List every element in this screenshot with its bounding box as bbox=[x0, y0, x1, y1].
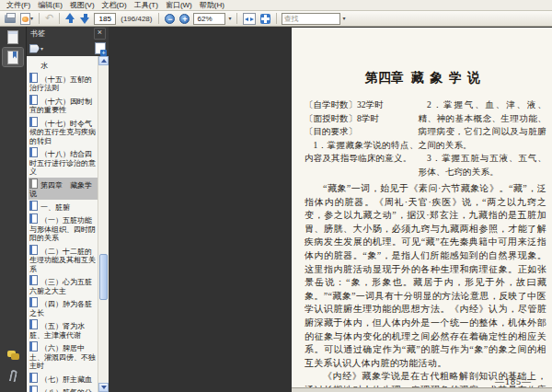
export-button[interactable]: ▾ bbox=[19, 12, 34, 25]
requirement-1: 1．掌握藏象学说的特点、内容及其指导临床的意义。 bbox=[305, 139, 419, 166]
pages-icon bbox=[7, 30, 18, 44]
bookmark-page-icon bbox=[29, 147, 38, 157]
page-number-input[interactable] bbox=[94, 13, 116, 25]
document-page: 第四章藏象学说 〔自学时数〕32学时 〔面授时数〕8学时 〔目的要求〕 1．掌握… bbox=[292, 28, 552, 392]
bookmark-label: （五）肾为水脏、主津液代谢 bbox=[29, 322, 85, 340]
pdf-reader-window: 文件(F)编辑(E)视图(V)文档(D)工具(T)窗口(W)帮助(H) ▾ ↶ … bbox=[0, 0, 552, 392]
bookmark-item[interactable]: （六）脾居中土、灌溉四傍、不独主时 bbox=[29, 340, 98, 372]
zoom-level-select[interactable]: 62% bbox=[193, 13, 225, 25]
bookmarks-icon bbox=[7, 51, 18, 64]
fit-width-icon bbox=[243, 13, 256, 25]
bookmark-label: （七）肝主藏血 bbox=[40, 375, 92, 384]
document-export-icon bbox=[20, 13, 30, 25]
bookmarks-scrollbar bbox=[98, 56, 109, 392]
bookmark-options-button[interactable]: ▾ bbox=[29, 44, 43, 53]
bookmark-label: （十六）因时制宜的重要性 bbox=[29, 98, 92, 115]
scroll-down-button[interactable] bbox=[98, 383, 109, 392]
chapter-title: 第四章藏象学说 bbox=[305, 70, 546, 86]
bookmark-item[interactable]: （三）心为五脏六腑之大主 bbox=[29, 274, 98, 296]
arrow-up-icon bbox=[65, 13, 75, 24]
bookmark-page-icon bbox=[29, 245, 38, 255]
chevron-down-icon[interactable]: ▾ bbox=[228, 16, 231, 21]
attachments-panel-button[interactable] bbox=[3, 366, 23, 385]
bookmark-tree: 水 （十五）五郁的治疗法则 （十六）因时制宜的重要性 （十七）时令气候的五行生克… bbox=[27, 56, 98, 392]
bookmark-page-icon bbox=[29, 373, 38, 383]
bookmark-page-icon bbox=[29, 319, 38, 329]
bookmark-page-icon bbox=[29, 213, 38, 224]
menu-item[interactable]: 编辑(E) bbox=[34, 0, 66, 10]
toolbar-separator bbox=[236, 13, 237, 24]
undo-icon: ↶ bbox=[45, 13, 53, 23]
bookmark-item[interactable]: （一）五脏功能与形体组织、四时阴阳的关系 bbox=[29, 213, 98, 244]
zoom-out-icon: − bbox=[165, 14, 175, 24]
pages-panel-button[interactable] bbox=[3, 28, 23, 46]
undo-button[interactable]: ↶ bbox=[44, 12, 54, 25]
bookmark-page-icon bbox=[29, 117, 38, 127]
bookmark-item[interactable]: 水 bbox=[29, 58, 98, 72]
objectives-heading: 〔目的要求〕 bbox=[305, 125, 419, 139]
scroll-up-button[interactable] bbox=[98, 56, 109, 65]
objectives-block: 〔自学时数〕32学时 〔面授时数〕8学时 〔目的要求〕 1．掌握藏象学说的特点、… bbox=[305, 98, 546, 179]
bookmark-label: （十八）结合四时五行进行诊治的意义 bbox=[29, 150, 96, 176]
zoom-out-button[interactable]: − bbox=[164, 12, 176, 25]
requirement-3: 3．掌握五脏与五液、五气、形体、七窍的关系。 bbox=[419, 152, 546, 179]
zoom-in-button[interactable]: + bbox=[178, 12, 190, 25]
panel-title: 书签 bbox=[30, 29, 45, 39]
menu-item[interactable]: 帮助(H) bbox=[196, 0, 228, 10]
bookmark-item[interactable]: （十八）结合四时五行进行诊治的意义 bbox=[29, 146, 98, 178]
bookmark-page-icon bbox=[29, 297, 38, 307]
comments-panel-button[interactable] bbox=[3, 346, 23, 364]
find-options-caret-icon[interactable]: ▾ bbox=[343, 16, 346, 21]
zoom-in-icon: + bbox=[179, 14, 190, 24]
bookmark-item[interactable]: 第四章 藏象学说 bbox=[29, 178, 98, 200]
bookmark-page-icon bbox=[29, 73, 38, 83]
bookmark-page-icon bbox=[29, 275, 38, 285]
self-study-hours: 〔自学时数〕32学时 bbox=[305, 98, 419, 112]
find-input[interactable] bbox=[282, 13, 340, 25]
document-pane[interactable]: 第四章藏象学说 〔自学时数〕32学时 〔面授时数〕8学时 〔目的要求〕 1．掌握… bbox=[109, 26, 552, 392]
panel-close-button[interactable]: × bbox=[94, 28, 106, 40]
bookmark-item[interactable]: （二）十二脏的生理功能及其相互关系 bbox=[29, 244, 98, 275]
bookmark-label: （三）心为五脏六腑之大主 bbox=[29, 278, 92, 295]
bookmark-item[interactable]: （四）肺为各脏之长 bbox=[29, 296, 98, 318]
menu-item[interactable]: 工具(T) bbox=[131, 0, 162, 10]
printer-icon bbox=[5, 15, 16, 23]
bookmark-item[interactable]: （十六）因时制宜的重要性 bbox=[29, 94, 98, 116]
bookmark-label: （八）脏气的分布和作用 bbox=[29, 388, 92, 392]
menu-bar: 文件(F)编辑(E)视图(V)文档(D)工具(T)窗口(W)帮助(H) bbox=[0, 0, 552, 11]
bookmark-page-icon bbox=[29, 179, 38, 189]
bookmark-item[interactable]: （五）肾为水脏、主津液代谢 bbox=[29, 318, 98, 340]
menu-item[interactable]: 窗口(W) bbox=[162, 0, 196, 10]
page-count-label: (196/428) bbox=[121, 15, 152, 23]
fit-width-button[interactable] bbox=[242, 12, 257, 25]
fullscreen-button[interactable] bbox=[259, 12, 271, 25]
scrollbar-thumb[interactable] bbox=[99, 254, 108, 300]
bookmark-item[interactable]: （十七）时令气候的五行生克与疾病的转归 bbox=[29, 116, 98, 147]
bookmarks-panel-toolbar: ▾ bbox=[27, 40, 109, 56]
previous-page-button[interactable] bbox=[64, 12, 76, 25]
bookmark-item[interactable]: （八）脏气的分布和作用 bbox=[29, 385, 98, 392]
arrow-up-icon bbox=[101, 59, 107, 63]
bookmark-item[interactable]: （十五）五郁的治疗法则 bbox=[29, 72, 98, 94]
menu-item[interactable]: 视图(V) bbox=[66, 0, 98, 10]
bookmark-label: （一）五脏功能与形体组织、四时阴阳的关系 bbox=[29, 216, 96, 242]
toolbar-separator bbox=[276, 13, 277, 24]
bookmark-label: 一、脏腑 bbox=[40, 203, 70, 212]
bookmark-item[interactable]: （七）肝主藏血 bbox=[29, 372, 98, 386]
requirement-2: 2．掌握气、血、津、液、精、神的基本概念、生理功能、病理病变，它们之间以及与脏腑… bbox=[419, 98, 546, 152]
bookmark-page-icon bbox=[29, 201, 38, 211]
bookmark-item[interactable]: 一、脏腑 bbox=[29, 200, 98, 213]
menu-item[interactable]: 文档(D) bbox=[98, 0, 131, 10]
comments-icon bbox=[7, 351, 19, 360]
navigation-icon-strip bbox=[0, 26, 27, 392]
paperclip-icon bbox=[8, 369, 17, 382]
body-text: “藏象”一词，始见于《素问·六节藏象论》。“藏”，泛指体内的脏器。《周礼·天官·… bbox=[305, 182, 546, 392]
page-number-label: —185— bbox=[495, 376, 532, 386]
expand-current-bookmark-button[interactable] bbox=[95, 42, 106, 54]
bookmarks-panel-header: 书签 × bbox=[27, 26, 109, 40]
next-page-button[interactable] bbox=[79, 12, 91, 25]
bookmarks-panel-button[interactable] bbox=[3, 48, 23, 66]
toolbar-separator bbox=[39, 13, 40, 24]
menu-item[interactable]: 文件(F) bbox=[3, 0, 34, 10]
print-button[interactable] bbox=[4, 12, 17, 25]
